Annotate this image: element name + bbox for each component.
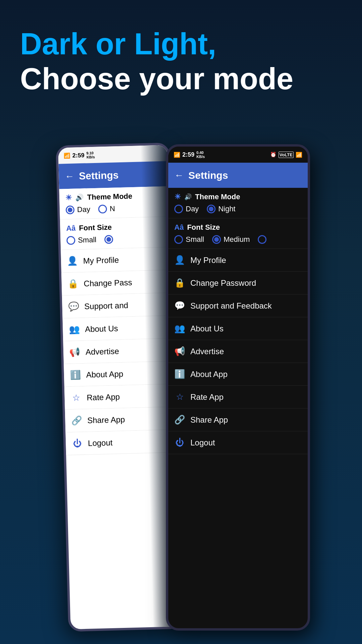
- menu-item-logout-day[interactable]: ⏻ Logout: [65, 430, 175, 455]
- about-us-label-day: About Us: [85, 324, 118, 334]
- font-label-night: Font Size: [187, 223, 220, 232]
- rate-label-night: Rate App: [190, 392, 224, 402]
- menu-item-rate-day[interactable]: ☆ Rate App: [64, 384, 174, 410]
- menu-item-profile-night[interactable]: 👤 My Profile: [168, 249, 308, 272]
- theme-icon-day: ☀: [65, 194, 72, 203]
- password-icon-day: 🔒: [67, 278, 78, 289]
- status-left: 📶 2:59 9.10KB/s: [64, 151, 95, 160]
- password-label-day: Change Pass: [84, 278, 132, 288]
- font-small-label-night: Small: [186, 235, 204, 244]
- advertise-icon-day: 📢: [69, 347, 80, 358]
- support-icon-night: 💬: [174, 301, 185, 311]
- theme-day-option[interactable]: Day: [66, 205, 90, 214]
- night-status-bar: 📶 2:59 0.40KB/s ⏰ VoLTE 📶: [168, 147, 308, 163]
- logout-label-day: Logout: [88, 438, 113, 448]
- theme-day-radio-night[interactable]: [174, 205, 183, 213]
- menu-item-rate-night[interactable]: ☆ Rate App: [168, 386, 308, 409]
- menu-item-about-app-day[interactable]: ℹ️ About App: [64, 361, 174, 387]
- share-icon-night: 🔗: [174, 415, 185, 425]
- menu-item-share-night[interactable]: 🔗 Share App: [168, 409, 308, 431]
- menu-item-about-app-night[interactable]: ℹ️ About App: [168, 363, 308, 386]
- theme-mode-title-day: ☀ 🔊 Theme Mode: [65, 191, 163, 203]
- font-medium-option-night[interactable]: Medium: [212, 235, 250, 244]
- menu-item-password-day[interactable]: 🔒 Change Pass: [61, 270, 171, 296]
- support-icon-day: 💬: [68, 301, 79, 312]
- alarm-icon: ⏰: [270, 152, 277, 158]
- menu-item-share-day[interactable]: 🔗 Share App: [65, 407, 175, 433]
- font-medium-radio-day[interactable]: [104, 235, 113, 244]
- about-app-label-day: About App: [86, 369, 123, 379]
- font-medium-label-night: Medium: [224, 235, 250, 244]
- phone-day: 📶 2:59 9.10KB/s ← Settings ☀ 🔊 Theme Mod…: [56, 143, 182, 632]
- menu-item-password-night[interactable]: 🔒 Change Password: [168, 272, 308, 294]
- about-us-label-night: About Us: [190, 324, 224, 333]
- about-us-icon-day: 👥: [69, 324, 80, 335]
- rate-icon-night: ☆: [174, 392, 185, 402]
- headline-line2: Choose your mode: [20, 62, 342, 97]
- font-size-title-day: Aâ Font Size: [66, 222, 164, 233]
- profile-icon-night: 👤: [174, 255, 185, 265]
- headline-line1: Dark or Light,: [20, 27, 342, 62]
- back-arrow-icon[interactable]: ←: [65, 171, 74, 182]
- advertise-label-night: Advertise: [190, 347, 224, 356]
- theme-mode-title-night: ☀ 🔊 Theme Mode: [174, 193, 302, 201]
- logout-label-night: Logout: [190, 438, 215, 447]
- font-small-radio-night[interactable]: [174, 235, 183, 244]
- theme-night-radio[interactable]: [98, 205, 107, 214]
- theme-radio-group-night: Day Night: [174, 205, 302, 213]
- theme-day-label: Day: [77, 205, 90, 214]
- theme-night-option-night[interactable]: Night: [207, 205, 235, 213]
- rate-label-day: Rate App: [86, 392, 120, 402]
- support-label-day: Support and: [84, 301, 128, 311]
- day-status-bar: 📶 2:59 9.10KB/s: [58, 145, 168, 164]
- theme-mode-section-day: ☀ 🔊 Theme Mode Day N: [59, 186, 169, 220]
- font-large-radio-night[interactable]: [258, 235, 266, 244]
- font-small-option-night[interactable]: Small: [174, 235, 204, 244]
- menu-item-about-us-day[interactable]: 👥 About Us: [63, 316, 173, 341]
- font-size-section-day: Aâ Font Size Small: [60, 217, 170, 250]
- theme-night-label-night: Night: [218, 205, 235, 213]
- theme-label-night: Theme Mode: [195, 193, 240, 201]
- about-app-icon-day: ℹ️: [70, 370, 81, 380]
- theme-day-option-night[interactable]: Day: [174, 205, 199, 213]
- about-us-icon-night: 👥: [174, 323, 185, 334]
- day-app-header: ← Settings: [59, 161, 169, 189]
- menu-item-advertise-day[interactable]: 📢 Advertise: [63, 338, 173, 364]
- theme-night-radio-night[interactable]: [207, 205, 216, 213]
- logout-icon-night: ⏻: [174, 437, 185, 448]
- font-medium-option-day[interactable]: [104, 235, 116, 244]
- menu-item-support-night[interactable]: 💬 Support and Feedback: [168, 294, 308, 317]
- menu-item-advertise-night[interactable]: 📢 Advertise: [168, 340, 308, 363]
- font-icon-night: Aâ: [174, 223, 184, 232]
- logout-icon-day: ⏻: [72, 438, 83, 449]
- theme-icon-night: ☀: [174, 193, 181, 201]
- font-size-section-night: Aâ Font Size Small Medium: [168, 218, 308, 249]
- profile-label-day: My Profile: [83, 255, 119, 266]
- menu-item-support-day[interactable]: 💬 Support and: [62, 293, 172, 319]
- about-app-icon-night: ℹ️: [174, 369, 185, 379]
- rate-icon-day: ☆: [70, 392, 81, 403]
- about-app-label-night: About App: [190, 370, 228, 379]
- font-small-radio-day[interactable]: [66, 236, 75, 245]
- menu-item-logout-night[interactable]: ⏻ Logout: [168, 431, 308, 454]
- settings-title-night: Settings: [188, 170, 228, 181]
- theme-radio-group-day: Day N: [66, 203, 163, 215]
- night-status-right: ⏰ VoLTE 📶: [270, 152, 302, 158]
- font-large-option-night[interactable]: [258, 235, 266, 244]
- back-arrow-icon-night[interactable]: ←: [174, 170, 184, 181]
- theme-night-option[interactable]: N: [98, 204, 115, 213]
- font-size-title-night: Aâ Font Size: [174, 223, 302, 232]
- share-label-day: Share App: [87, 415, 125, 425]
- share-label-night: Share App: [190, 415, 228, 425]
- menu-item-profile-day[interactable]: 👤 My Profile: [61, 247, 171, 273]
- font-radio-group-day: Small: [66, 234, 164, 245]
- time-display: 2:59: [72, 152, 85, 159]
- theme-day-radio[interactable]: [66, 206, 75, 215]
- theme-label-day: Theme Mode: [87, 192, 132, 202]
- font-radio-group-night: Small Medium: [174, 235, 302, 244]
- font-small-option-day[interactable]: Small: [66, 235, 97, 245]
- profile-icon-day: 👤: [67, 256, 78, 266]
- font-icon-day: Aâ: [66, 224, 76, 233]
- font-medium-radio-night[interactable]: [212, 235, 221, 244]
- menu-item-about-us-night[interactable]: 👥 About Us: [168, 317, 308, 340]
